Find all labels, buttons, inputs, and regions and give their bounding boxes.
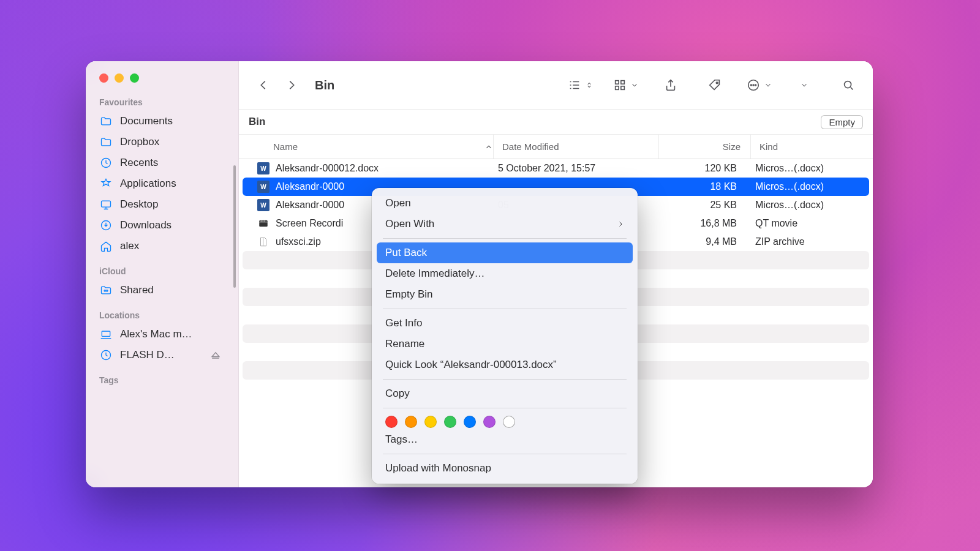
folder-icon: [99, 135, 113, 149]
tag-color[interactable]: [424, 416, 437, 428]
menu-delete-immediately[interactable]: Delete Immediately…: [377, 263, 633, 284]
sidebar-item-label: alex: [120, 240, 222, 252]
tag-color[interactable]: [405, 416, 417, 428]
column-size[interactable]: Size: [658, 135, 750, 159]
sidebar-heading-favourites: Favourites: [86, 95, 236, 111]
clock-icon: [99, 348, 113, 362]
downloads-icon: [99, 219, 113, 232]
back-button[interactable]: [251, 73, 276, 97]
sidebar-item-label: Shared: [120, 284, 222, 296]
tag-color[interactable]: [385, 416, 398, 428]
svg-rect-5: [102, 331, 110, 336]
sidebar-heading-tags: Tags: [86, 373, 236, 389]
sidebar-item-shared[interactable]: Shared: [86, 280, 236, 301]
tags-button[interactable]: [703, 73, 727, 97]
menu-upload-monosnap[interactable]: Upload with Monosnap: [377, 458, 633, 479]
file-kind: QT movie: [747, 218, 869, 229]
home-icon: [99, 239, 113, 253]
menu-quick-look[interactable]: Quick Look “Aleksandr-000013.docx”: [377, 354, 633, 375]
tag-color[interactable]: [483, 416, 496, 428]
svg-rect-7: [616, 81, 619, 84]
chevron-down-icon: [630, 81, 639, 89]
view-mode-button[interactable]: [568, 78, 594, 92]
computer-icon: [99, 328, 113, 341]
shared-folder-icon: [99, 283, 113, 297]
desktop-wallpaper: Favourites Documents Dropbox Recents: [0, 0, 980, 551]
menu-empty-bin[interactable]: Empty Bin: [377, 284, 633, 305]
svg-rect-8: [621, 81, 625, 84]
svg-point-4: [106, 290, 108, 292]
file-name: Aleksandr-0000: [276, 181, 344, 192]
svg-rect-1: [102, 201, 111, 207]
column-label: Date Modified: [502, 141, 559, 152]
sidebar-item-label: Downloads: [120, 219, 222, 231]
tag-color[interactable]: [464, 416, 476, 428]
column-label: Kind: [760, 141, 778, 152]
updown-icon: [585, 81, 594, 89]
menu-open-with[interactable]: Open With: [377, 214, 633, 234]
close-window-button[interactable]: [99, 73, 108, 83]
sidebar-item-label: Alex's Mac m…: [120, 328, 222, 340]
zoom-window-button[interactable]: [130, 73, 139, 83]
sidebar-item-label: Desktop: [120, 198, 222, 211]
minimize-window-button[interactable]: [115, 73, 124, 83]
menu-tags[interactable]: Tags…: [377, 429, 633, 450]
file-kind: Micros…(.docx): [747, 163, 869, 174]
applications-icon: [99, 177, 113, 190]
column-label: Name: [273, 141, 298, 152]
menu-rename[interactable]: Rename: [377, 334, 633, 354]
action-menu-button[interactable]: [747, 78, 772, 92]
menu-separator: [383, 309, 627, 309]
overflow-button[interactable]: [792, 73, 816, 97]
sidebar-item-label: Recents: [120, 157, 222, 169]
file-row[interactable]: WAleksandr-000012.docx 5 October 2021, 1…: [243, 159, 869, 178]
sort-asc-icon: [484, 143, 493, 151]
column-headers: Name Date Modified Size Kind: [239, 135, 873, 159]
empty-bin-button[interactable]: Empty: [821, 115, 863, 129]
list-icon: [568, 78, 581, 92]
file-size: 120 KB: [655, 163, 747, 174]
sidebar-heading-locations: Locations: [86, 308, 236, 324]
file-name: ufsxsci.zip: [276, 236, 321, 247]
sidebar-item-flash-drive[interactable]: FLASH D…: [86, 345, 236, 365]
menu-open[interactable]: Open: [377, 193, 633, 214]
tag-color[interactable]: [503, 416, 515, 428]
sidebar-item-downloads[interactable]: Downloads: [86, 215, 236, 236]
sidebar-item-recents[interactable]: Recents: [86, 152, 236, 173]
word-doc-icon: W: [257, 162, 270, 174]
column-name[interactable]: Name: [273, 135, 493, 159]
column-kind[interactable]: Kind: [750, 135, 873, 159]
sidebar-item-label: FLASH D…: [120, 349, 202, 361]
column-date[interactable]: Date Modified: [493, 135, 658, 159]
breadcrumb: Bin: [249, 116, 265, 128]
sidebar-item-mac[interactable]: Alex's Mac m…: [86, 324, 236, 345]
menu-separator: [383, 454, 627, 454]
file-kind: Micros…(.docx): [747, 181, 869, 192]
sidebar-heading-icloud: iCloud: [86, 264, 236, 280]
tag-color[interactable]: [444, 416, 456, 428]
group-by-button[interactable]: [613, 78, 639, 92]
svg-point-14: [753, 84, 754, 86]
svg-point-3: [104, 290, 106, 292]
menu-get-info[interactable]: Get Info: [377, 313, 633, 334]
svg-point-15: [755, 84, 756, 86]
sidebar-item-dropbox[interactable]: Dropbox: [86, 132, 236, 152]
sidebar-item-desktop[interactable]: Desktop: [86, 194, 236, 215]
folder-icon: [99, 114, 113, 128]
search-button[interactable]: [836, 73, 861, 97]
file-kind: Micros…(.docx): [747, 200, 869, 211]
sidebar-item-applications[interactable]: Applications: [86, 173, 236, 194]
share-button[interactable]: [658, 73, 683, 97]
forward-button[interactable]: [279, 73, 304, 97]
movie-icon: [257, 217, 270, 230]
menu-copy[interactable]: Copy: [377, 383, 633, 404]
menu-separator: [383, 408, 627, 408]
menu-put-back[interactable]: Put Back: [377, 242, 633, 263]
eject-icon[interactable]: [209, 348, 222, 362]
svg-point-13: [750, 84, 752, 86]
svg-point-11: [716, 82, 718, 84]
sidebar-item-documents[interactable]: Documents: [86, 111, 236, 132]
sidebar-item-home[interactable]: alex: [86, 236, 236, 257]
desktop-icon: [99, 198, 113, 211]
chevron-down-icon: [764, 81, 772, 89]
